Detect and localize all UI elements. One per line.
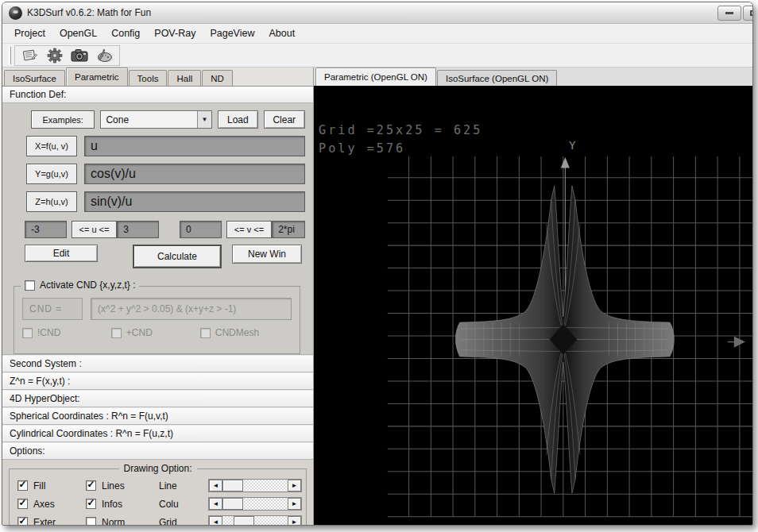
right-panel: Parametric (OpenGL ON) IsoSurface (OpenG… [314,67,752,525]
section-function-def[interactable]: Function Def: [2,86,313,103]
chevron-down-icon[interactable]: ▼ [197,111,211,128]
camera-icon[interactable] [71,48,88,64]
examples-value: Cone [106,114,129,125]
line-slider-thumb[interactable] [222,480,243,492]
not-cnd-label: !CND [37,327,60,338]
u-max-input[interactable]: 3 [117,221,159,238]
v-min-input[interactable]: 0 [180,221,222,238]
edit-button[interactable]: Edit [25,245,98,262]
x-function-input[interactable]: u [84,136,305,156]
fill-checkbox[interactable] [17,480,28,491]
u-range-label: <= u <= [72,221,117,238]
examples-label: Examples: [31,110,95,129]
arrow-right-icon[interactable]: ► [288,498,301,510]
norm-checkbox[interactable] [86,517,96,526]
clear-button[interactable]: Clear [264,110,305,129]
cndmesh-checkbox[interactable] [200,328,211,338]
menu-pageview[interactable]: PageView [203,25,261,41]
v-range-label: <= v <= [226,221,272,238]
colu-slider[interactable]: ◄ ► [208,497,302,511]
notes-icon[interactable] [21,48,39,64]
gear-icon[interactable] [46,48,64,64]
cndmesh-label: CNDMesh [215,327,259,338]
section-options[interactable]: Options: [2,442,313,460]
opengl-viewport[interactable]: Grid =25x25 = 625 Poly =576 Y [314,86,752,525]
menu-about[interactable]: About [261,25,302,41]
section-cylindrical[interactable]: Cylindrical Coordinates : R^n = F(u,z,t) [2,425,313,442]
z-function-input[interactable]: sin(v)/u [84,191,305,212]
arrow-left-icon[interactable]: ◄ [209,480,222,492]
cnd-groupbox: Activate CND {x,y,z,t} : CND = (x^2 + y^… [14,286,300,354]
app-icon [9,6,22,20]
poly-info-text: Poly =576 [319,141,405,156]
section-second-system[interactable]: Second System : [2,355,313,372]
arrow-right-icon[interactable]: ► [288,480,301,492]
maximize-button[interactable] [743,6,753,21]
minimize-button[interactable] [717,6,741,21]
toolbar-grip[interactable] [9,47,11,64]
infos-checkbox[interactable] [86,499,96,509]
grid-slider-label: Grid [159,517,208,526]
new-win-button[interactable]: New Win [232,245,302,264]
menu-opengl[interactable]: OpenGL [52,25,104,41]
cone-surface [455,186,674,493]
options-panel: Drawing Option: Fill Lines Line ◄ ► [2,460,313,526]
y-axis-label: Y [569,139,576,152]
axes-checkbox[interactable] [17,499,28,509]
menu-project[interactable]: Project [7,25,52,41]
not-cnd-checkbox[interactable] [22,328,33,338]
cnd-input[interactable]: (x^2 + y^2 > 0.05) & (x+y+z > -1) [91,298,292,320]
right-tab-bar: Parametric (OpenGL ON) IsoSurface (OpenG… [314,67,752,86]
arrow-left-icon[interactable]: ◄ [209,516,222,526]
app-window: K3DSurf v0.6.2: Math for Fun Project Ope… [2,2,753,526]
arrow-left-icon[interactable]: ◄ [209,498,222,510]
activate-cnd-checkbox[interactable] [25,280,35,291]
examples-dropdown[interactable]: Cone ▼ [100,110,212,129]
y-axis-arrow-icon [561,157,570,168]
section-spherical[interactable]: Spherical Coordinates : R^n = F(u,v,t) [2,407,313,425]
window-title: K3DSurf v0.6.2: Math for Fun [27,7,151,18]
tab-isosurface-view[interactable]: IsoSurface (OpenGL ON) [437,70,557,86]
u-min-input[interactable]: -3 [25,221,67,238]
tab-parametric-view[interactable]: Parametric (OpenGL ON) [315,67,436,86]
line-slider[interactable]: ◄ ► [208,479,302,492]
exter-checkbox[interactable] [17,517,28,526]
y-function-input[interactable]: cos(v)/u [84,164,305,184]
infos-label: Infos [102,499,122,510]
lines-checkbox[interactable] [86,480,96,491]
parametric-3d-render: Grid =25x25 = 625 Poly =576 Y [314,86,752,525]
tab-parametric[interactable]: Parametric [66,67,128,86]
function-def-panel: Examples: Cone ▼ Load Clear X=f(u, v) u … [2,103,313,355]
activate-cnd-label: Activate CND {x,y,z,t} : [40,279,135,291]
drawing-option-title: Drawing Option: [118,463,196,474]
v-max-input[interactable]: 2*pi [272,221,305,238]
tab-nd[interactable]: ND [202,70,233,86]
section-zn[interactable]: Z^n = F(x,y,t) : [2,372,313,390]
toolbar [2,44,752,67]
tab-hall[interactable]: Hall [168,70,201,86]
grid-slider[interactable]: ◄ ► [208,515,302,526]
y-function-label: Y=g(u,v) [26,164,77,184]
tab-isosurface[interactable]: IsoSurface [4,70,65,86]
menu-config[interactable]: Config [104,25,147,41]
left-panel: IsoSurface Parametric Tools Hall ND Func… [2,67,314,525]
left-tab-bar: IsoSurface Parametric Tools Hall ND [2,67,313,86]
title-bar[interactable]: K3DSurf v0.6.2: Math for Fun [2,2,752,24]
paint-icon[interactable] [95,48,113,64]
cnd-eq-label: CND = [22,298,83,320]
load-button[interactable]: Load [218,110,258,129]
axes-label: Axes [33,499,55,510]
grid-slider-thumb[interactable] [234,516,254,526]
menu-povray[interactable]: POV-Ray [147,25,203,41]
colu-slider-thumb[interactable] [222,498,243,510]
fill-label: Fill [33,480,45,492]
plus-cnd-checkbox[interactable] [111,328,122,338]
section-4d-hyperobject[interactable]: 4D HyperObject: [2,390,313,407]
menu-bar: Project OpenGL Config POV-Ray PageView A… [2,24,752,44]
calculate-button[interactable]: Calculate [133,245,222,268]
arrow-right-icon[interactable]: ► [288,516,301,526]
tab-tools[interactable]: Tools [129,70,168,86]
x-function-label: X=f(u, v) [26,136,77,156]
plus-cnd-label: +CND [126,327,153,338]
exter-label: Exter [33,517,56,526]
